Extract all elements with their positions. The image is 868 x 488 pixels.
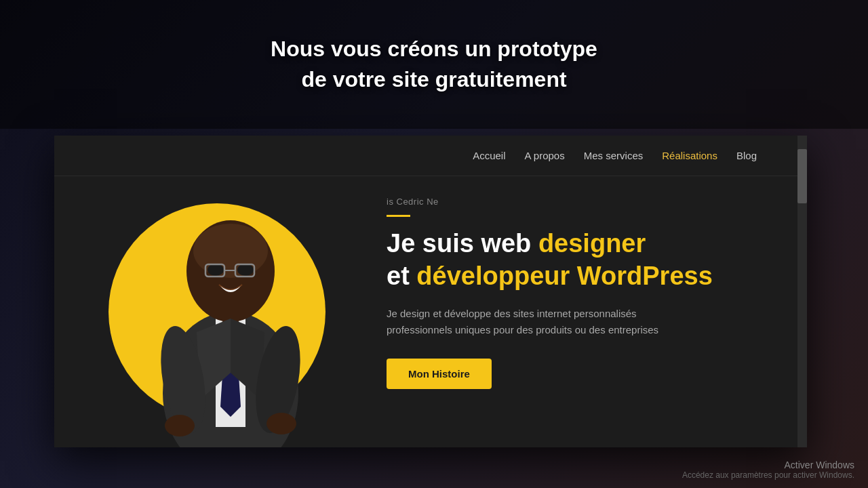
hero-title-part2: et bbox=[387, 262, 416, 290]
top-banner: Nous vous créons un prototype de votre s… bbox=[0, 0, 868, 129]
website-card: Accueil A propos Mes services Réalisatio… bbox=[54, 136, 807, 447]
scrollbar-thumb[interactable] bbox=[797, 149, 807, 203]
svg-point-6 bbox=[208, 264, 224, 276]
banner-line2: de votre site gratuitement bbox=[301, 67, 566, 92]
windows-notice-title: Activer Windows bbox=[682, 460, 854, 470]
hero-title-part1: Je suis web bbox=[387, 229, 538, 258]
portrait-area bbox=[54, 183, 393, 447]
navbar: Accueil A propos Mes services Réalisatio… bbox=[54, 136, 797, 176]
nav-links: Accueil A propos Mes services Réalisatio… bbox=[473, 150, 757, 161]
scrollbar[interactable] bbox=[797, 136, 807, 447]
hero-section: is Cedric Ne Je suis web designer et dév… bbox=[54, 176, 797, 447]
hero-subtitle-small: is Cedric Ne bbox=[387, 197, 784, 207]
hero-line-decoration bbox=[387, 215, 410, 217]
hero-description: Je design et développe des sites interne… bbox=[387, 306, 692, 338]
hero-content: is Cedric Ne Je suis web designer et dév… bbox=[387, 197, 784, 389]
hero-title-highlight1: designer bbox=[538, 229, 646, 258]
nav-blog[interactable]: Blog bbox=[736, 150, 757, 161]
hero-title-highlight2: développeur WordPress bbox=[416, 262, 712, 290]
hero-title: Je suis web designer et développeur Word… bbox=[387, 228, 784, 292]
banner-text: Nous vous créons un prototype de votre s… bbox=[271, 34, 597, 95]
mon-histoire-button[interactable]: Mon Histoire bbox=[387, 359, 492, 389]
windows-notice-subtitle: Accédez aux paramètres pour activer Wind… bbox=[682, 470, 854, 480]
svg-point-7 bbox=[237, 264, 254, 276]
person-figure bbox=[95, 183, 366, 447]
nav-accueil[interactable]: Accueil bbox=[473, 150, 505, 161]
nav-apropos[interactable]: A propos bbox=[525, 150, 565, 161]
nav-realisations[interactable]: Réalisations bbox=[662, 150, 717, 161]
banner-line1: Nous vous créons un prototype bbox=[271, 37, 597, 61]
windows-notice: Activer Windows Accédez aux paramètres p… bbox=[682, 460, 854, 480]
nav-mes-services[interactable]: Mes services bbox=[584, 150, 644, 161]
svg-point-15 bbox=[165, 415, 195, 436]
svg-point-16 bbox=[267, 413, 296, 434]
